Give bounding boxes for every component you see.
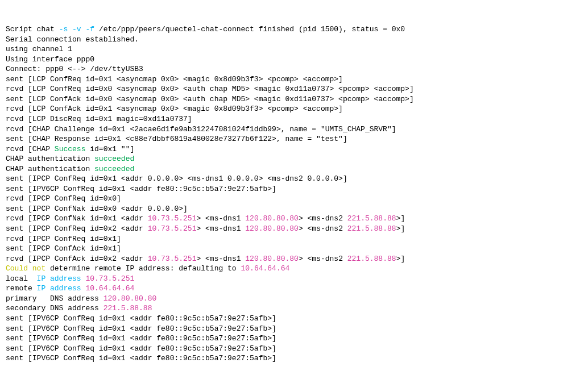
log-line: sent [IPV6CP ConfReq id=0x1 <addr fe80::… — [6, 185, 276, 193]
log-line: Connect: ppp0 <--> /dev/ttyUSB3 — [6, 65, 143, 73]
log-line: Using interface ppp0 — [6, 55, 94, 64]
log-line: sent [IPV6CP ConfReq id=0x1 <addr fe80::… — [6, 314, 276, 323]
log-line: using channel 1 — [6, 45, 72, 53]
log-line: CHAP authentication succeeded — [6, 155, 134, 163]
log-line: rcvd [IPCP ConfNak id=0x1 <addr 10.73.5.… — [6, 214, 405, 223]
log-line: sent [IPCP ConfReq id=0x1 <addr 0.0.0.0>… — [6, 174, 347, 183]
log-line: sent [CHAP Response id=0x1 <c88e7dbbf681… — [6, 135, 347, 143]
log-line: rcvd [IPCP ConfAck id=0x2 <addr 10.73.5.… — [6, 255, 405, 263]
log-line: Could not determine remote IP address: d… — [6, 264, 289, 273]
log-line: local IP address 10.73.5.251 — [6, 274, 134, 283]
log-line: sent [LCP ConfAck id=0x0 <asyncmap 0x0> … — [6, 95, 414, 103]
log-line: rcvd [CHAP Challenge id=0x1 <2acae6d1fe9… — [6, 125, 396, 134]
log-line: Script chat -s -v -f /etc/ppp/peers/quec… — [6, 25, 405, 34]
log-line: rcvd [LCP ConfAck id=0x1 <asyncmap 0x0> … — [6, 105, 343, 113]
log-line: sent [IPCP ConfAck id=0x1] — [6, 244, 121, 253]
log-line: remote IP address 10.64.64.64 — [6, 284, 134, 293]
log-line: sent [IPV6CP ConfReq id=0x1 <addr fe80::… — [6, 334, 276, 343]
log-line: sent [IPV6CP ConfReq id=0x1 <addr fe80::… — [6, 344, 276, 353]
log-line: primary DNS address 120.80.80.80 — [6, 294, 156, 303]
log-line: Serial connection established. — [6, 35, 139, 44]
log-line: sent [IPCP ConfReq id=0x2 <addr 10.73.5.… — [6, 224, 405, 233]
log-line: secondary DNS address 221.5.88.88 — [6, 304, 152, 312]
log-line: rcvd [LCP DiscReq id=0x1 magic=0xd11a073… — [6, 115, 192, 123]
log-line: rcvd [CHAP Success id=0x1 ""] — [6, 145, 134, 153]
log-line: sent [LCP ConfReq id=0x1 <asyncmap 0x0> … — [6, 75, 343, 84]
log-line: sent [IPCP ConfNak id=0x0 <addr 0.0.0.0>… — [6, 205, 188, 213]
terminal-output: Script chat -s -v -f /etc/ppp/peers/quec… — [6, 24, 582, 364]
log-line: sent [IPV6CP ConfReq id=0x1 <addr fe80::… — [6, 324, 276, 333]
log-line: CHAP authentication succeeded — [6, 165, 134, 173]
log-line: rcvd [IPCP ConfReq id=0x1] — [6, 235, 121, 243]
log-line: rcvd [LCP ConfReq id=0x0 <asyncmap 0x0> … — [6, 85, 414, 93]
log-line: sent [IPV6CP ConfReq id=0x1 <addr fe80::… — [6, 354, 276, 363]
log-line: rcvd [IPCP ConfReq id=0x0] — [6, 194, 121, 203]
